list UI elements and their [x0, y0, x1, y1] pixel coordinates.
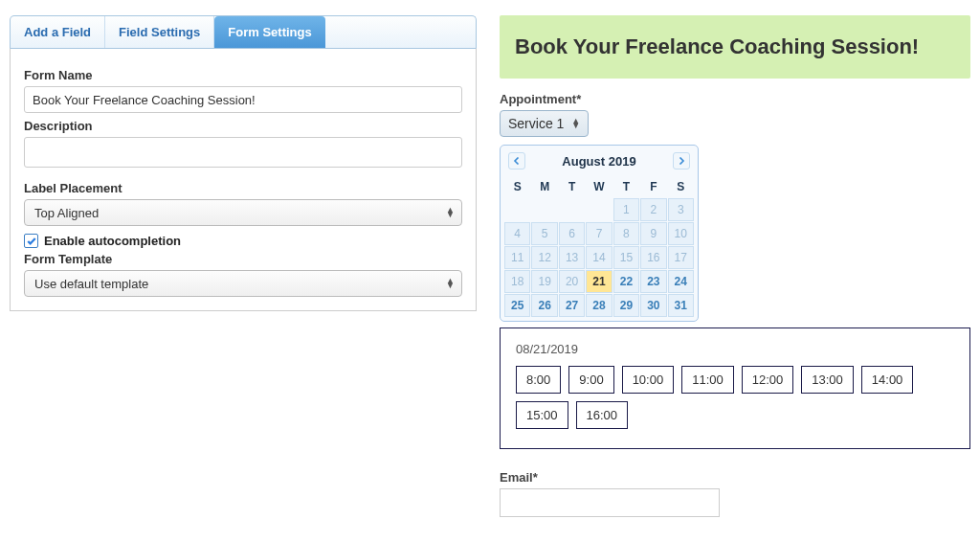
calendar-dow: W	[586, 176, 612, 197]
time-slot-box: 08/21/2019 8:009:0010:0011:0012:0013:001…	[500, 327, 970, 449]
settings-panel: Add a Field Field Settings Form Settings…	[10, 15, 477, 542]
calendar-day: 2	[640, 198, 666, 221]
tab-add-field[interactable]: Add a Field	[11, 16, 105, 48]
enable-autocompletion-label: Enable autocompletion	[44, 234, 181, 248]
calendar-day: 16	[640, 246, 666, 269]
form-name-input[interactable]	[24, 86, 462, 113]
select-value: Use default template	[34, 277, 148, 291]
time-slot[interactable]: 8:00	[516, 366, 561, 394]
calendar-blank	[586, 198, 612, 221]
time-slot[interactable]: 11:00	[681, 366, 734, 394]
calendar-day: 8	[613, 222, 639, 245]
calendar-day: 7	[586, 222, 612, 245]
time-slot[interactable]: 9:00	[568, 366, 613, 394]
selected-date: 08/21/2019	[516, 342, 954, 356]
calendar-day: 11	[504, 246, 530, 269]
calendar-day: 5	[531, 222, 557, 245]
appointment-label: Appointment*	[500, 92, 970, 106]
form-settings-panel: Form Name Description Label Placement To…	[10, 48, 477, 311]
calendar-day[interactable]: 31	[668, 294, 694, 317]
calendar-day: 18	[504, 270, 530, 293]
calendar-day: 6	[559, 222, 585, 245]
select-value: Service 1	[508, 116, 564, 131]
calendar-dow: T	[613, 176, 639, 197]
service-select[interactable]: Service 1 ▲▼	[500, 110, 589, 137]
time-slot[interactable]: 14:00	[861, 366, 914, 394]
time-slot[interactable]: 15:00	[516, 401, 568, 429]
calendar-dow: T	[559, 176, 585, 197]
calendar-day[interactable]: 30	[640, 294, 666, 317]
calendar-day: 20	[559, 270, 585, 293]
chevron-updown-icon: ▲▼	[571, 119, 580, 128]
calendar-day: 10	[668, 222, 694, 245]
calendar-day[interactable]: 27	[559, 294, 585, 317]
calendar-grid: SMTWTFS123456789101112131415161718192021…	[504, 176, 694, 317]
description-label: Description	[24, 119, 462, 133]
calendar-day[interactable]: 29	[613, 294, 639, 317]
time-slot[interactable]: 10:00	[622, 366, 675, 394]
description-input[interactable]	[24, 137, 462, 168]
form-template-label: Form Template	[24, 252, 462, 266]
time-slot[interactable]: 12:00	[742, 366, 794, 394]
time-slot[interactable]: 16:00	[576, 401, 629, 429]
calendar-blank	[504, 198, 530, 221]
calendar-prev-button[interactable]	[508, 152, 525, 169]
tabs: Add a Field Field Settings Form Settings	[10, 15, 477, 48]
calendar-day: 19	[531, 270, 557, 293]
calendar-header: August 2019	[504, 149, 694, 172]
label-placement-select[interactable]: Top Aligned ▲▼	[24, 199, 462, 226]
calendar-blank	[559, 198, 585, 221]
form-preview: Book Your Freelance Coaching Session! Ap…	[500, 15, 970, 542]
calendar-day[interactable]: 25	[504, 294, 530, 317]
calendar-day[interactable]: 21	[586, 270, 612, 293]
chevron-updown-icon: ▲▼	[446, 208, 455, 217]
calendar-next-button[interactable]	[673, 152, 690, 169]
tab-form-settings[interactable]: Form Settings	[214, 16, 324, 48]
calendar-dow: S	[504, 176, 530, 197]
calendar-day: 12	[531, 246, 557, 269]
calendar: August 2019 SMTWTFS123456789101112131415…	[500, 145, 699, 322]
calendar-day: 4	[504, 222, 530, 245]
calendar-dow: M	[531, 176, 557, 197]
calendar-day: 15	[613, 246, 639, 269]
tab-field-settings[interactable]: Field Settings	[105, 16, 214, 48]
form-name-label: Form Name	[24, 68, 462, 82]
form-preview-title: Book Your Freelance Coaching Session!	[500, 15, 970, 79]
label-placement-label: Label Placement	[24, 181, 462, 195]
chevron-right-icon	[678, 157, 685, 165]
calendar-day[interactable]: 22	[613, 270, 639, 293]
enable-autocompletion-checkbox[interactable]	[24, 234, 38, 248]
calendar-dow: F	[640, 176, 666, 197]
calendar-blank	[531, 198, 557, 221]
calendar-day[interactable]: 28	[586, 294, 612, 317]
calendar-day: 13	[559, 246, 585, 269]
calendar-day: 1	[613, 198, 639, 221]
email-label: Email*	[500, 470, 970, 485]
calendar-day: 17	[668, 246, 694, 269]
calendar-day[interactable]: 26	[531, 294, 557, 317]
chevron-left-icon	[513, 157, 521, 165]
calendar-month-title: August 2019	[562, 154, 635, 169]
calendar-dow: S	[668, 176, 694, 197]
calendar-day[interactable]: 23	[640, 270, 666, 293]
time-slot-row: 8:009:0010:0011:0012:0013:0014:0015:0016…	[516, 366, 954, 429]
calendar-day[interactable]: 24	[668, 270, 694, 293]
email-input[interactable]	[500, 488, 720, 517]
select-value: Top Aligned	[34, 206, 99, 220]
calendar-day: 14	[586, 246, 612, 269]
calendar-day: 9	[640, 222, 666, 245]
form-template-select[interactable]: Use default template ▲▼	[24, 270, 462, 297]
calendar-day: 3	[668, 198, 694, 221]
chevron-updown-icon: ▲▼	[446, 279, 455, 288]
time-slot[interactable]: 13:00	[801, 366, 854, 394]
